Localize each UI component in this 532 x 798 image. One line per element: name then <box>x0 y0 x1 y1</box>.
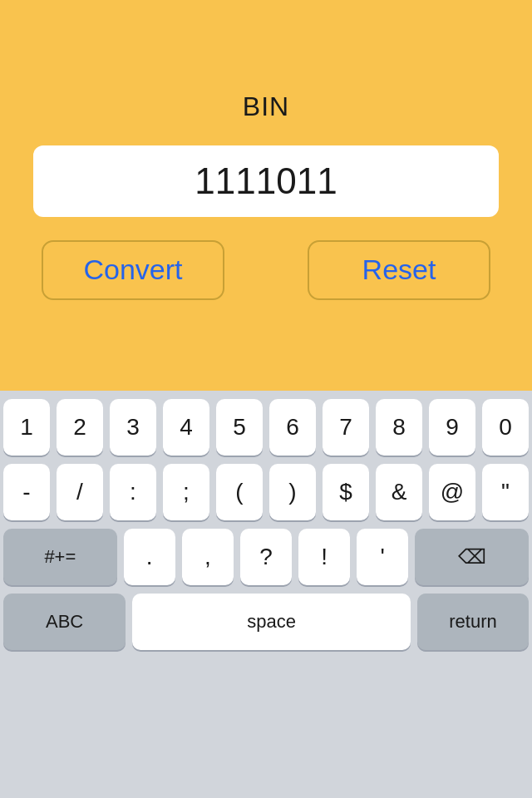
key-1[interactable]: 1 <box>3 399 50 456</box>
key-comma[interactable]: , <box>182 529 234 585</box>
key-3[interactable]: 3 <box>110 399 156 456</box>
key-space[interactable]: space <box>132 594 411 650</box>
key-4[interactable]: 4 <box>163 399 209 456</box>
bin-input[interactable] <box>53 160 479 202</box>
keyboard-row-3: #+= . , ? ! ' ⌫ <box>3 529 529 585</box>
key-question[interactable]: ? <box>240 529 292 585</box>
key-2[interactable]: 2 <box>57 399 103 456</box>
key-exclamation[interactable]: ! <box>298 529 350 585</box>
key-open-paren[interactable]: ( <box>216 464 263 520</box>
key-5[interactable]: 5 <box>216 399 263 456</box>
key-9[interactable]: 9 <box>429 399 475 456</box>
key-dollar[interactable]: $ <box>323 464 369 520</box>
key-quote[interactable]: " <box>482 464 529 520</box>
bin-label: BIN <box>243 91 289 122</box>
key-minus[interactable]: - <box>3 464 50 520</box>
top-section: BIN Convert Reset <box>0 0 532 391</box>
keyboard-row-4: ABC space return <box>3 594 529 657</box>
keyboard-row-2: - / : ; ( ) $ & @ " <box>3 464 529 520</box>
input-wrapper <box>33 145 499 217</box>
buttons-row: Convert Reset <box>42 240 490 300</box>
keyboard-row-1: 1 2 3 4 5 6 7 8 9 0 <box>3 399 529 456</box>
key-period[interactable]: . <box>124 529 175 585</box>
key-8[interactable]: 8 <box>376 399 422 456</box>
key-ampersand[interactable]: & <box>376 464 422 520</box>
key-close-paren[interactable]: ) <box>269 464 316 520</box>
backspace-key[interactable]: ⌫ <box>415 529 529 585</box>
key-at[interactable]: @ <box>429 464 475 520</box>
key-7[interactable]: 7 <box>323 399 369 456</box>
key-slash[interactable]: / <box>57 464 103 520</box>
key-return[interactable]: return <box>417 594 529 650</box>
backspace-icon: ⌫ <box>458 545 486 569</box>
key-0[interactable]: 0 <box>482 399 529 456</box>
key-hashplusequals[interactable]: #+= <box>3 529 117 585</box>
convert-button[interactable]: Convert <box>42 240 224 300</box>
reset-button[interactable]: Reset <box>308 240 490 300</box>
key-apostrophe[interactable]: ' <box>357 529 408 585</box>
key-abc[interactable]: ABC <box>3 594 126 650</box>
key-6[interactable]: 6 <box>269 399 316 456</box>
key-colon[interactable]: : <box>110 464 156 520</box>
keyboard-section: 1 2 3 4 5 6 7 8 9 0 - / : ; ( ) $ & @ " … <box>0 391 532 798</box>
key-semicolon[interactable]: ; <box>163 464 209 520</box>
